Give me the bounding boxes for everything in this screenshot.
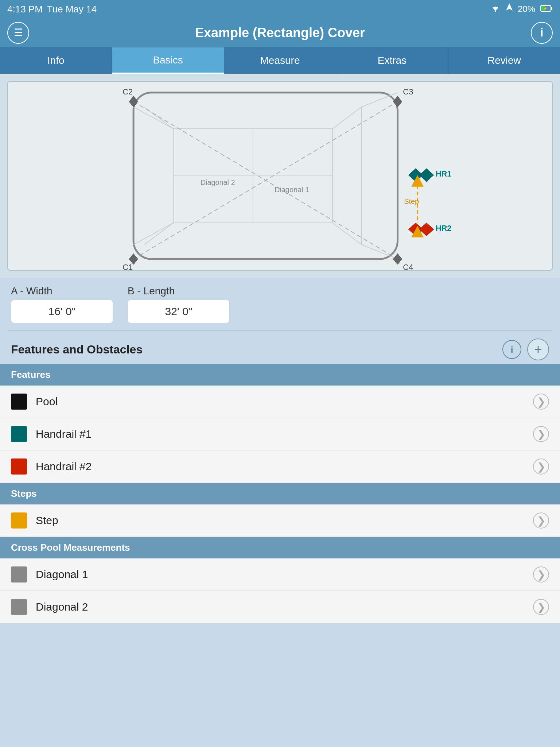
battery-percent: 20% (518, 4, 535, 14)
crosspool-section-header: Cross Pool Measurements (0, 537, 560, 558)
features-info-icon: i (510, 344, 513, 355)
pool-diagram-svg: Diagonal 2 Diagonal 1 C2 C3 C1 C4 HR1 (8, 82, 552, 270)
menu-button[interactable]: ☰ (7, 22, 29, 44)
handrail1-label: Handrail #1 (36, 428, 92, 440)
tab-extras[interactable]: Extras (336, 47, 448, 74)
handrail2-label: Handrail #2 (36, 460, 92, 473)
svg-point-0 (495, 11, 496, 12)
svg-marker-27 (393, 253, 402, 264)
tab-review[interactable]: Review (448, 47, 560, 74)
list-item-step[interactable]: Step ❯ (0, 504, 560, 537)
svg-text:C3: C3 (403, 87, 413, 96)
diagonal1-chevron-icon: ❯ (533, 566, 549, 582)
list-item-handrail2[interactable]: Handrail #2 ❯ (0, 450, 560, 483)
svg-text:HR1: HR1 (436, 169, 452, 178)
tab-extras-label: Extras (378, 55, 407, 66)
features-header: Features and Obstacles i + (0, 331, 560, 364)
tab-measure[interactable]: Measure (224, 47, 336, 74)
pool-color-swatch (11, 394, 27, 410)
svg-marker-25 (393, 96, 402, 107)
wifi-icon (490, 4, 501, 14)
battery-icon: ⚡ (540, 4, 553, 14)
status-date: Tue May 14 (47, 4, 97, 15)
svg-line-14 (332, 223, 361, 245)
svg-marker-33 (419, 169, 434, 182)
list-item-pool[interactable]: Pool ❯ (0, 386, 560, 418)
status-bar: 4:13 PM Tue May 14 20% ⚡ (0, 0, 560, 18)
menu-icon: ☰ (14, 27, 23, 39)
pool-diagram-container: Diagonal 2 Diagonal 1 C2 C3 C1 C4 HR1 (0, 74, 560, 278)
steps-section-header: Steps (0, 483, 560, 504)
features-title: Features and Obstacles (11, 343, 143, 356)
tab-basics[interactable]: Basics (112, 47, 224, 74)
width-group: A - Width (11, 285, 113, 323)
status-time: 4:13 PM (7, 4, 43, 15)
header-info-icon: i (540, 26, 544, 39)
handrail1-chevron-icon: ❯ (533, 426, 549, 442)
tab-review-label: Review (487, 55, 521, 66)
list-item-handrail1[interactable]: Handrail #1 ❯ (0, 418, 560, 450)
svg-line-16 (361, 245, 397, 259)
length-input[interactable] (128, 300, 230, 323)
svg-line-15 (361, 93, 397, 107)
svg-line-9 (144, 223, 173, 245)
pool-chevron-icon: ❯ (533, 394, 549, 410)
tab-basics-label: Basics (153, 54, 183, 66)
handrail2-color-swatch (11, 458, 27, 475)
tab-measure-label: Measure (260, 55, 300, 66)
crosspool-section-label: Cross Pool Measurements (11, 542, 130, 553)
svg-text:Step: Step (404, 197, 419, 205)
handrail2-chevron-icon: ❯ (533, 458, 549, 475)
svg-line-11 (133, 223, 173, 245)
svg-marker-1 (506, 3, 513, 11)
svg-text:C1: C1 (122, 263, 133, 270)
location-icon (506, 3, 513, 15)
tab-info[interactable]: Info (0, 47, 112, 74)
status-time-date: 4:13 PM Tue May 14 (7, 4, 97, 15)
svg-text:⚡: ⚡ (543, 7, 548, 11)
svg-text:HR2: HR2 (436, 224, 452, 233)
header-title: Example (Rectangle) Cover (195, 25, 365, 40)
dimensions-area: A - Width B - Length (0, 278, 560, 330)
diagonal2-chevron-icon: ❯ (533, 599, 549, 615)
diagonal1-label: Diagonal 1 (36, 568, 88, 581)
svg-rect-3 (551, 7, 552, 10)
steps-section-label: Steps (11, 488, 37, 499)
header-info-button[interactable]: i (531, 22, 553, 44)
length-label: B - Length (128, 285, 230, 297)
svg-marker-24 (129, 96, 138, 107)
step-chevron-icon: ❯ (533, 512, 549, 529)
step-color-swatch (11, 512, 27, 529)
svg-text:C2: C2 (122, 87, 133, 96)
features-section-label: Features (11, 369, 50, 380)
pool-label: Pool (36, 395, 58, 408)
features-section-header: Features (0, 364, 560, 386)
features-info-button[interactable]: i (502, 340, 521, 359)
svg-text:Diagonal 2: Diagonal 2 (201, 178, 235, 186)
length-group: B - Length (128, 285, 230, 323)
features-actions: i + (502, 338, 549, 360)
list-item-diagonal2[interactable]: Diagonal 2 ❯ (0, 591, 560, 623)
width-label: A - Width (11, 285, 113, 297)
add-icon: + (534, 342, 542, 357)
list-item-diagonal1[interactable]: Diagonal 1 ❯ (0, 558, 560, 591)
svg-text:C4: C4 (403, 263, 413, 270)
features-add-button[interactable]: + (527, 338, 549, 360)
tab-bar: Info Basics Measure Extras Review (0, 47, 560, 74)
pool-diagram-canvas[interactable]: Diagonal 2 Diagonal 1 C2 C3 C1 C4 HR1 (7, 81, 553, 271)
feature-list: Features Pool ❯ Handrail #1 ❯ Handrail #… (0, 364, 560, 623)
app-header: ☰ Example (Rectangle) Cover i (0, 18, 560, 47)
svg-line-10 (133, 107, 173, 129)
diagonal1-color-swatch (11, 566, 27, 582)
handrail1-color-swatch (11, 426, 27, 442)
diagonal2-color-swatch (11, 599, 27, 615)
width-input[interactable] (11, 300, 113, 323)
status-icons: 20% ⚡ (490, 3, 553, 15)
diagonal2-label: Diagonal 2 (36, 601, 88, 613)
svg-line-13 (332, 107, 361, 129)
step-label: Step (36, 514, 58, 527)
svg-text:Diagonal 1: Diagonal 1 (275, 186, 309, 194)
tab-info-label: Info (47, 55, 65, 66)
